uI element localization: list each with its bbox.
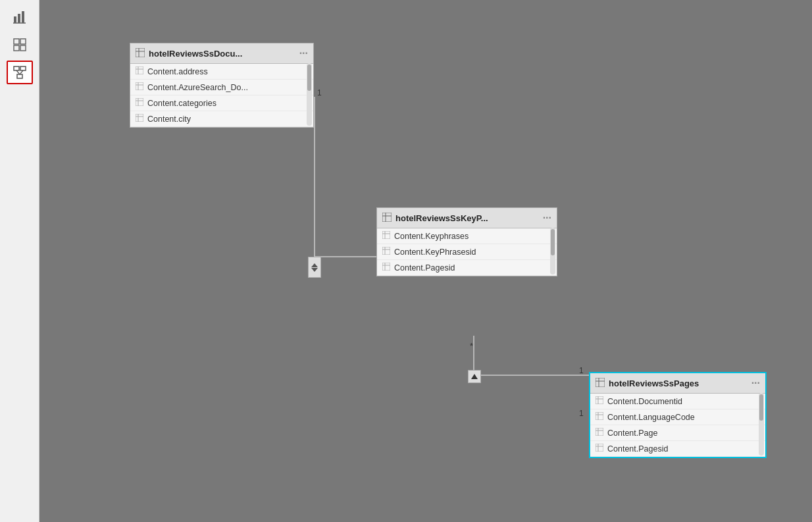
bar-chart-icon [13, 10, 27, 24]
svg-rect-5 [20, 39, 26, 44]
svg-rect-4 [14, 39, 19, 44]
table-row-2-1: Content.Keyphrases [377, 228, 557, 244]
table-card-1: hotelReviewsSsDocu... ··· Content.addres… [130, 43, 314, 128]
scroll-thumb-2 [551, 229, 555, 255]
table-row-3-2: Content.LanguageCode [590, 409, 765, 425]
table-title-3: hotelReviewsSsPages [609, 378, 748, 388]
sidebar-item-diagram[interactable] [7, 61, 33, 84]
svg-line-11 [16, 70, 20, 74]
row-label-3-1: Content.Documentid [607, 397, 682, 406]
row-label-2-1: Content.Keyphrases [394, 232, 469, 241]
svg-rect-61 [596, 444, 603, 452]
svg-rect-2 [22, 11, 24, 23]
arrow-up [311, 263, 318, 267]
row-label-3-2: Content.LanguageCode [607, 413, 695, 422]
table-title-1: hotelReviewsSsDocu... [149, 49, 295, 59]
table-menu-2[interactable]: ··· [543, 212, 551, 224]
row-icon-1-3 [136, 98, 143, 108]
svg-rect-34 [136, 114, 143, 122]
svg-rect-25 [136, 66, 143, 74]
table-row-1-1: Content.address [130, 64, 313, 80]
svg-text:*: * [470, 341, 473, 351]
join-indicator-1 [308, 257, 321, 278]
table-row-3-3: Content.Page [590, 425, 765, 441]
svg-text:1: 1 [579, 409, 584, 418]
svg-rect-49 [596, 378, 605, 387]
table-row-3-1: Content.Documentid [590, 394, 765, 409]
table-row-1-2: Content.AzureSearch_Do... [130, 80, 313, 95]
row-label-3-3: Content.Page [607, 429, 657, 438]
table-menu-3[interactable]: ··· [751, 377, 760, 389]
table-icon-2 [382, 213, 392, 224]
table-title-2: hotelReviewsSsKeyP... [395, 213, 539, 223]
table-header-1[interactable]: hotelReviewsSsDocu... ··· [130, 43, 313, 64]
svg-rect-52 [596, 396, 603, 404]
sidebar-item-grid[interactable] [7, 33, 33, 57]
row-label-1-3: Content.categories [147, 99, 216, 108]
svg-text:1: 1 [579, 366, 584, 375]
svg-rect-0 [14, 16, 16, 23]
row-icon-2-1 [382, 231, 390, 241]
table-row-3-4: Content.Pagesid [590, 441, 765, 457]
table-card-2: hotelReviewsSsKeyP... ··· Content.Keyphr… [376, 207, 557, 276]
table-icon-3 [596, 378, 605, 389]
svg-rect-40 [382, 231, 390, 239]
diagram-canvas: 1 * 1 1 hotelReviewsSsDocu... ··· [39, 0, 812, 522]
scroll-bar-1[interactable] [307, 63, 312, 126]
arrow-up-2 [471, 374, 478, 379]
sidebar [0, 0, 39, 522]
row-icon-3-1 [596, 396, 603, 406]
scroll-thumb-1 [307, 65, 311, 91]
table-icon-1 [136, 48, 145, 59]
svg-rect-1 [18, 14, 20, 23]
row-label-2-2: Content.KeyPhrasesid [394, 248, 476, 257]
svg-rect-28 [136, 82, 143, 90]
table-row-2-3: Content.Pagesid [377, 260, 557, 276]
row-icon-1-2 [136, 82, 143, 92]
svg-rect-31 [136, 98, 143, 106]
scroll-thumb-3 [759, 394, 763, 421]
scroll-bar-3[interactable] [759, 393, 764, 456]
grid-icon [13, 38, 27, 52]
diagram-icon [13, 65, 27, 80]
table-row-1-4: Content.city [130, 111, 313, 127]
row-icon-2-2 [382, 247, 390, 257]
scroll-bar-2[interactable] [550, 228, 555, 274]
table-card-3: hotelReviewsSsPages ··· Content.Document… [589, 372, 767, 458]
table-header-2[interactable]: hotelReviewsSsKeyP... ··· [377, 208, 557, 228]
row-icon-1-1 [136, 66, 143, 76]
table-menu-1[interactable]: ··· [299, 47, 308, 59]
row-label-3-4: Content.Pagesid [607, 444, 668, 454]
svg-rect-10 [17, 74, 22, 78]
svg-rect-43 [382, 247, 390, 255]
row-label-2-3: Content.Pagesid [394, 263, 455, 273]
svg-text:1: 1 [317, 88, 322, 97]
svg-rect-58 [596, 428, 603, 436]
svg-rect-46 [382, 263, 390, 271]
svg-rect-7 [20, 45, 26, 51]
row-icon-3-3 [596, 428, 603, 438]
svg-rect-9 [20, 66, 26, 70]
row-icon-3-2 [596, 412, 603, 422]
svg-rect-37 [382, 213, 392, 222]
table-row-1-3: Content.categories [130, 95, 313, 111]
svg-rect-22 [136, 48, 145, 57]
row-icon-2-3 [382, 263, 390, 273]
svg-rect-8 [14, 66, 19, 70]
svg-rect-55 [596, 412, 603, 420]
arrow-down [311, 268, 318, 272]
row-icon-3-4 [596, 444, 603, 454]
row-icon-1-4 [136, 114, 143, 124]
row-label-1-2: Content.AzureSearch_Do... [147, 83, 248, 92]
sidebar-item-chart[interactable] [7, 5, 33, 29]
row-label-1-4: Content.city [147, 115, 191, 124]
svg-line-12 [20, 70, 23, 74]
table-row-2-2: Content.KeyPhrasesid [377, 244, 557, 260]
join-indicator-2 [468, 370, 481, 383]
row-label-1-1: Content.address [147, 67, 208, 76]
svg-rect-6 [14, 45, 19, 51]
table-header-3[interactable]: hotelReviewsSsPages ··· [590, 373, 765, 394]
